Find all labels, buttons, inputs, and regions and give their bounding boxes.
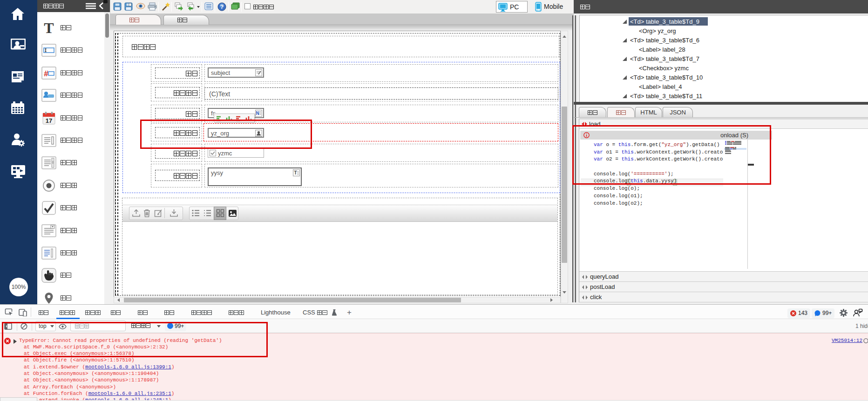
svg-text:T: T <box>294 170 297 175</box>
svg-text:#: # <box>44 69 48 78</box>
svg-text:T: T <box>44 20 54 35</box>
svg-text:17: 17 <box>46 117 52 124</box>
svg-text:N: N <box>256 111 259 116</box>
svg-text:?: ? <box>220 4 224 10</box>
